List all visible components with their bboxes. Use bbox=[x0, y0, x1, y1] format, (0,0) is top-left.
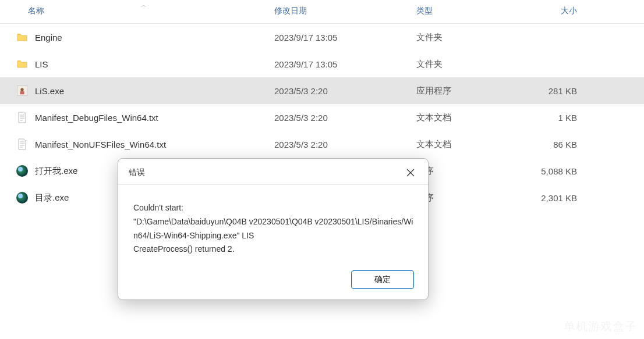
ok-button[interactable]: 确定 bbox=[351, 270, 414, 289]
file-row[interactable]: Manifest_NonUFSFiles_Win64.txt2023/5/3 2… bbox=[0, 131, 644, 158]
file-row[interactable]: Engine2023/9/17 13:05文件夹 bbox=[0, 24, 644, 51]
file-date: 2023/5/3 2:20 bbox=[259, 113, 409, 123]
txt-icon bbox=[16, 112, 28, 123]
svg-point-1 bbox=[20, 88, 23, 91]
exe-lis-icon bbox=[16, 85, 28, 97]
dialog-title-bar: 错误 bbox=[118, 159, 428, 185]
file-name: 目录.exe bbox=[35, 192, 69, 204]
sort-asc-icon: ︿ bbox=[141, 1, 147, 9]
file-row[interactable]: LiS.exe2023/5/3 2:20应用程序281 KB bbox=[0, 77, 644, 104]
file-type: 文件夹 bbox=[409, 59, 525, 70]
file-type: 文本文档 bbox=[409, 139, 525, 150]
round-icon bbox=[16, 192, 28, 204]
dialog-footer: 确定 bbox=[118, 265, 428, 299]
round-icon bbox=[16, 165, 28, 177]
file-size: 2,301 KB bbox=[525, 193, 612, 203]
file-row[interactable]: Manifest_DebugFiles_Win64.txt2023/5/3 2:… bbox=[0, 104, 644, 131]
file-row[interactable]: LIS2023/9/17 13:05文件夹 bbox=[0, 51, 644, 77]
file-name: Manifest_NonUFSFiles_Win64.txt bbox=[35, 140, 166, 149]
file-size: 281 KB bbox=[525, 86, 612, 96]
file-date: 2023/5/3 2:20 bbox=[259, 86, 409, 96]
file-name: LIS bbox=[35, 59, 48, 69]
watermark-text: 单机游戏盒子 bbox=[564, 319, 637, 334]
dialog-message: Couldn't start:"D:\Game\Data\baiduyun\Q0… bbox=[118, 185, 428, 265]
file-date: 2023/9/17 13:05 bbox=[259, 33, 409, 42]
column-header-name[interactable]: 名称 bbox=[0, 6, 259, 16]
error-dialog: 错误 Couldn't start:"D:\Game\Data\baiduyun… bbox=[118, 158, 429, 300]
file-date: 2023/5/3 2:20 bbox=[259, 140, 409, 149]
close-icon[interactable] bbox=[402, 165, 419, 181]
column-header-date[interactable]: 修改日期 bbox=[259, 6, 409, 16]
file-type: 应用程序 bbox=[409, 85, 525, 97]
dialog-title: 错误 bbox=[129, 167, 145, 178]
file-type: 文本文档 bbox=[409, 112, 525, 123]
file-name: LiS.exe bbox=[35, 86, 64, 96]
file-date: 2023/9/17 13:05 bbox=[259, 59, 409, 69]
column-header-size[interactable]: 大小 bbox=[525, 6, 612, 16]
file-type: 文件夹 bbox=[409, 32, 525, 43]
file-name: 打开我.exe bbox=[35, 166, 77, 177]
file-size: 86 KB bbox=[525, 140, 612, 149]
txt-icon bbox=[16, 138, 28, 150]
file-name: Manifest_DebugFiles_Win64.txt bbox=[35, 113, 158, 123]
file-name: Engine bbox=[35, 33, 62, 42]
folder-icon bbox=[16, 31, 28, 43]
file-size: 5,088 KB bbox=[525, 166, 612, 176]
file-size: 1 KB bbox=[525, 113, 612, 123]
file-list-header: 名称 修改日期 类型 大小 bbox=[0, 0, 644, 24]
svg-rect-2 bbox=[20, 91, 24, 94]
column-header-type[interactable]: 类型 bbox=[409, 6, 525, 16]
folder-icon bbox=[16, 58, 28, 70]
